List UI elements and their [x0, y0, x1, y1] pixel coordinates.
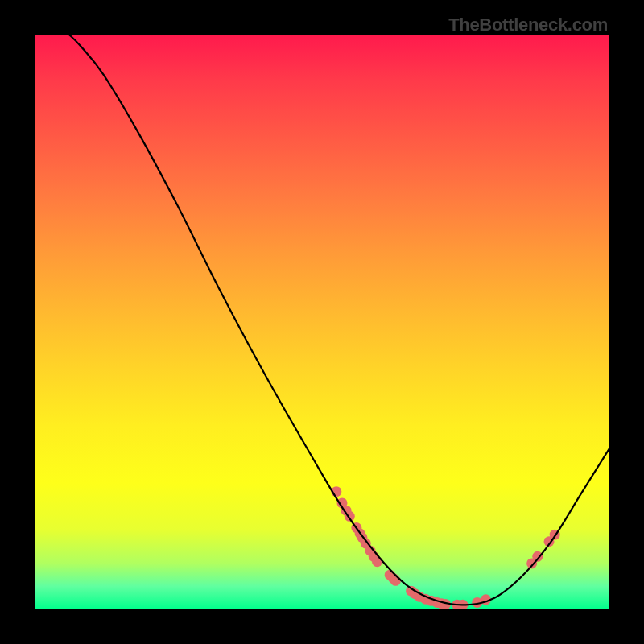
scatter-points — [331, 486, 559, 609]
watermark-text: TheBottleneck.com — [448, 14, 608, 35]
bottleneck-curve — [69, 35, 609, 605]
chart-container: TheBottleneck.com — [0, 0, 644, 644]
chart-svg — [35, 35, 609, 609]
data-point — [390, 576, 401, 586]
plot-area — [35, 35, 609, 609]
